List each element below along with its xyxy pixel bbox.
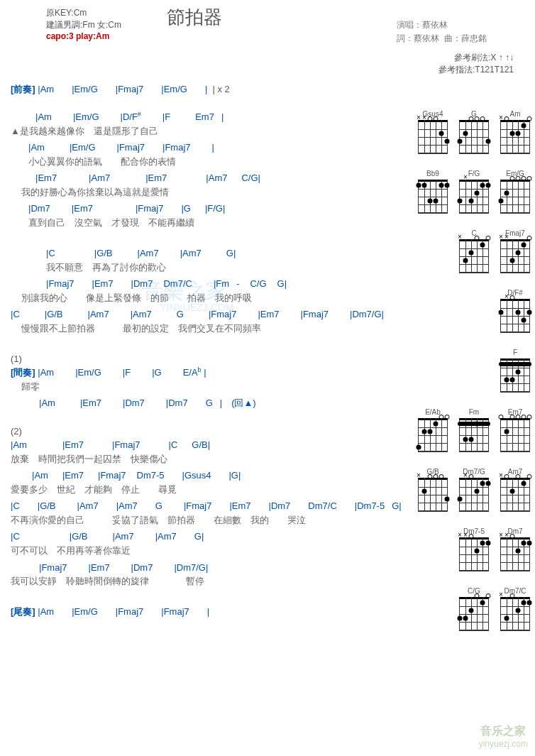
chord-diagram-Fmaj7: Fmaj7×× bbox=[499, 229, 531, 273]
chord-diagram-E/Ab: E/Ab bbox=[417, 408, 449, 452]
chord-diagram-F: F bbox=[499, 349, 531, 393]
chord-diagram-Bb9: Bb9 bbox=[417, 170, 449, 214]
chord-diagrams: Gsus4××GAm×Bb9F/G×Em/GC×Fmaj7××D/F#×FE/A… bbox=[407, 82, 531, 647]
chord-diagram-D/F#: D/F#× bbox=[499, 289, 531, 333]
pick-pattern: 參考指法:T121T121 bbox=[11, 64, 514, 76]
chord-sheet: [前奏] |Am|Em/G|Fmaj7|Em/G| | x 2|Am|Em/G|… bbox=[11, 82, 407, 620]
reference-patterns: 參考刷法:X ↑ ↑↓ 參考指法:T121T121 bbox=[11, 52, 531, 76]
chord-diagram-Fm: Fm bbox=[458, 408, 490, 452]
header: 原KEY:Cm 建議男調:Fm 女:Cm capo:3 play:Am 節拍器 … bbox=[11, 4, 531, 46]
chord-diagram-Em/G: Em/G bbox=[499, 170, 531, 214]
chord-diagram-Dm7/G: Dm7/G× bbox=[458, 468, 490, 512]
chord-diagram-Em7: Em7 bbox=[499, 408, 531, 452]
chord-diagram-G: G bbox=[458, 110, 490, 154]
chord-diagram-C/G: C/G bbox=[458, 587, 490, 631]
chord-diagram-C: C× bbox=[458, 229, 490, 273]
suggested-key: 建議男調:Fm 女:Cm bbox=[11, 19, 167, 31]
chord-diagram-Dm7/C: Dm7/C× bbox=[499, 587, 531, 631]
chord-diagram-Dm7: Dm7×× bbox=[499, 527, 531, 571]
original-key: 原KEY:Cm bbox=[11, 7, 167, 19]
lyricist-composer: 詞：蔡依林 曲：薛忠銘 bbox=[397, 33, 531, 45]
chord-diagram-Dm7-5: Dm7-5×× bbox=[458, 527, 490, 571]
performer: 演唱：蔡依林 bbox=[397, 19, 531, 31]
song-title: 節拍器 bbox=[167, 4, 222, 30]
chord-diagram-F/G: F/G× bbox=[458, 170, 490, 214]
key-info: 原KEY:Cm 建議男調:Fm 女:Cm capo:3 play:Am bbox=[11, 4, 167, 41]
capo-info: capo:3 play:Am bbox=[11, 31, 167, 41]
credits: 演唱：蔡依林 詞：蔡依林 曲：薛忠銘 bbox=[397, 4, 531, 46]
strum-pattern: 參考刷法:X ↑ ↑↓ bbox=[11, 52, 514, 64]
chord-diagram-Gsus4: Gsus4×× bbox=[417, 110, 449, 154]
chord-diagram-Am7: Am7× bbox=[499, 468, 531, 512]
chord-diagram-Am: Am× bbox=[499, 110, 531, 154]
chord-diagram-G/B: G/B× bbox=[417, 468, 449, 512]
